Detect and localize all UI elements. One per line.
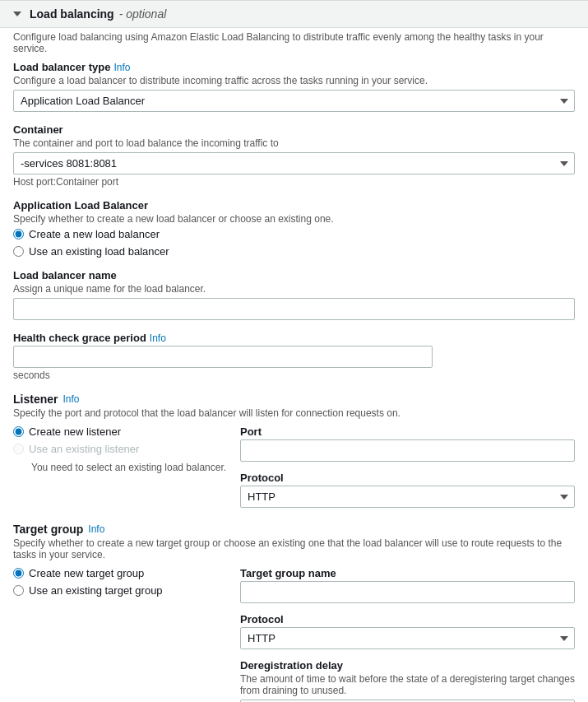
application-lb-group: Application Load Balancer Specify whethe… [13,199,575,258]
health-check-unit: seconds [13,370,575,381]
target-group-sublabel: Specify whether to create a new target g… [13,537,575,560]
listener-row: Create new listener Use an existing list… [13,425,575,508]
section-title: Load balancing [30,7,114,21]
create-lb-label[interactable]: Create a new load balancer [29,228,160,240]
target-group-info[interactable]: Info [88,523,104,535]
collapse-icon[interactable] [13,12,21,16]
port-input[interactable]: 80 [240,439,575,462]
target-name-group: Target group name ecs-product-service [240,567,575,603]
use-existing-target-radio-item: Use an existing target group [13,584,227,597]
create-target-label[interactable]: Create new target group [29,567,144,579]
health-check-group: Health check grace period Info 20 second… [13,332,575,381]
target-protocol-group: Protocol HTTP HTTPS [240,613,575,649]
listener-info[interactable]: Info [63,393,79,405]
container-select-wrapper: -services 8081:8081 [13,152,575,174]
target-protocol-select[interactable]: HTTP HTTPS [240,627,575,649]
listener-radio-group: Create new listener Use an existing list… [13,425,227,473]
use-existing-target-label[interactable]: Use an existing target group [29,584,163,597]
page-container: Load balancing - optional Configure load… [0,0,588,702]
listener-hint: You need to select an existing load bala… [31,462,227,473]
container-hint: Host port:Container port [13,176,575,188]
use-existing-lb-radio-item: Use an existing load balancer [13,245,575,258]
health-check-label: Health check grace period Info [13,332,575,344]
port-group: Port 80 [240,425,575,462]
lb-type-sublabel: Configure a load balancer to distribute … [13,75,575,86]
target-name-label: Target group name [240,567,575,579]
listener-sublabel: Specify the port and protocol that the l… [13,407,575,419]
target-protocol-select-wrapper: HTTP HTTPS [240,627,575,649]
target-group-row: Create new target group Use an existing … [13,567,575,702]
application-lb-sublabel: Specify whether to create a new load bal… [13,213,575,225]
use-existing-lb-label[interactable]: Use an existing load balancer [29,245,169,258]
lb-name-label: Load balancer name [13,269,575,281]
use-existing-lb-radio[interactable] [13,246,24,257]
create-listener-radio-item: Create new listener [13,425,227,438]
target-protocol-label: Protocol [240,613,575,625]
protocol-label: Protocol [240,472,575,484]
lb-name-group: Load balancer name Assign a unique name … [13,269,575,320]
use-existing-target-radio[interactable] [13,585,24,596]
container-label: Container [13,123,575,136]
use-existing-listener-radio[interactable] [13,444,24,454]
application-lb-label: Application Load Balancer [13,199,575,212]
section-description: Configure load balancing using Amazon El… [0,28,588,61]
listener-section: Listener Info Specify the port and proto… [13,393,575,508]
health-check-info[interactable]: Info [150,332,166,344]
lb-type-select[interactable]: Application Load Balancer Network Load B… [13,90,575,112]
health-check-input[interactable]: 20 [13,346,433,368]
listener-header: Listener Info [13,393,575,406]
section-header: Load balancing - optional [0,0,588,28]
application-lb-radio-group: Create a new load balancer Use an existi… [13,228,575,258]
container-select[interactable]: -services 8081:8081 [13,152,575,174]
dereg-delay-group: Deregistration delay The amount of time … [240,659,575,702]
section-optional: - optional [119,7,167,21]
port-label: Port [240,425,575,438]
content-area: Load balancer type Info Configure a load… [0,61,588,702]
lb-name-sublabel: Assign a unique name for the load balanc… [13,283,575,295]
dereg-delay-sublabel: The amount of time to wait before the st… [240,673,575,696]
create-listener-label[interactable]: Create new listener [29,425,121,438]
container-sublabel: The container and port to load balance t… [13,137,575,149]
use-existing-listener-label[interactable]: Use an existing listener [29,443,139,455]
protocol-select[interactable]: HTTP HTTPS [240,486,575,508]
listener-right: Port 80 Protocol HTTP HTTPS [240,425,575,508]
create-listener-radio[interactable] [13,426,24,437]
listener-left: Create new listener Use an existing list… [13,425,227,508]
load-balancer-type-group: Load balancer type Info Configure a load… [13,61,575,112]
target-group-section: Target group Info Specify whether to cre… [13,523,575,702]
lb-type-label: Load balancer type Info [13,61,575,73]
target-left: Create new target group Use an existing … [13,567,227,702]
create-lb-radio-item: Create a new load balancer [13,228,575,240]
target-fields: Target group name ecs-product-service Pr… [240,567,575,702]
dereg-delay-label: Deregistration delay [240,659,575,672]
container-group: Container The container and port to load… [13,123,575,188]
lb-type-info[interactable]: Info [113,62,130,73]
target-name-input[interactable]: ecs-product-service [240,581,575,603]
target-radio-group: Create new target group Use an existing … [13,567,227,597]
protocol-group: Protocol HTTP HTTPS [240,472,575,508]
target-group-header: Target group Info [13,523,575,536]
protocol-select-wrapper: HTTP HTTPS [240,486,575,508]
port-proto-group: Port 80 Protocol HTTP HTTPS [240,425,575,508]
use-existing-listener-radio-item: Use an existing listener [13,443,227,455]
lb-type-select-wrapper: Application Load Balancer Network Load B… [13,90,575,112]
create-target-radio-item: Create new target group [13,567,227,579]
create-target-radio[interactable] [13,568,24,579]
lb-name-input[interactable]: product-services-lb [13,298,575,320]
create-lb-radio[interactable] [13,229,24,239]
target-right: Target group name ecs-product-service Pr… [240,567,575,702]
